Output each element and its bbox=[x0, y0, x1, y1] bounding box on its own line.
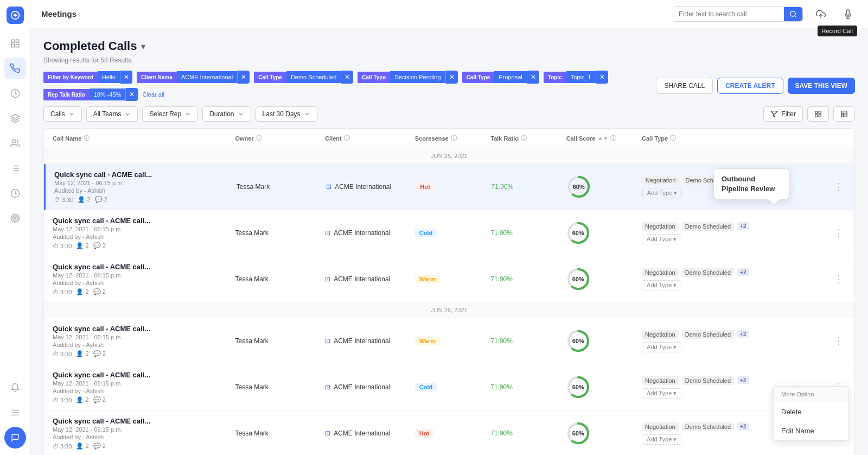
sidebar-item-analytics[interactable] bbox=[4, 83, 26, 104]
chip-close-calltype2[interactable]: ✕ bbox=[445, 71, 458, 84]
page-title-dropdown[interactable]: ▾ bbox=[141, 41, 145, 52]
content-area: Completed Calls ▾ Showing results for 58… bbox=[30, 28, 868, 455]
table-row[interactable]: Quick sync call - ACME call... May 12, 2… bbox=[44, 256, 854, 302]
svg-rect-30 bbox=[819, 115, 821, 117]
svg-point-7 bbox=[12, 140, 15, 143]
add-type-button[interactable]: Add Type ▾ bbox=[642, 388, 681, 399]
table-view-button[interactable] bbox=[833, 106, 855, 122]
upload-icon-button[interactable] bbox=[812, 5, 830, 23]
client-icon: ⊡ bbox=[325, 429, 330, 437]
share-call-button[interactable]: SHARE CALL bbox=[656, 78, 713, 94]
search-box bbox=[673, 7, 803, 22]
grid-view-button[interactable] bbox=[807, 106, 829, 122]
search-input[interactable] bbox=[673, 7, 784, 21]
svg-rect-3 bbox=[11, 45, 14, 47]
svg-rect-2 bbox=[16, 40, 18, 42]
svg-rect-29 bbox=[815, 115, 818, 117]
duration-dropdown[interactable]: Duration bbox=[202, 106, 251, 122]
chip-close-calltype1[interactable]: ✕ bbox=[341, 71, 353, 84]
edit-name-option[interactable]: Edit Name bbox=[774, 421, 848, 440]
chip-close-rep-talk[interactable]: ✕ bbox=[125, 88, 138, 101]
call-type-info-icon[interactable]: ⓘ bbox=[670, 134, 676, 142]
more-options-button[interactable]: ⋮ bbox=[832, 333, 846, 349]
date-separator-1: JUN 25, 2021 bbox=[44, 148, 854, 164]
last-30-days-dropdown[interactable]: Last 30 Days bbox=[256, 106, 317, 122]
sidebar-item-settings[interactable] bbox=[4, 402, 26, 424]
add-type-button[interactable]: Add Type ▾ bbox=[642, 434, 681, 445]
clear-all-button[interactable]: Clear all bbox=[142, 91, 164, 98]
svg-point-21 bbox=[790, 11, 795, 16]
svg-rect-31 bbox=[841, 111, 847, 117]
microphone-button[interactable]: Record Call bbox=[839, 5, 857, 23]
svg-marker-26 bbox=[771, 111, 777, 117]
svg-marker-6 bbox=[11, 115, 19, 119]
filter-chip-topic: Topic Topic_1 ✕ bbox=[544, 71, 608, 84]
app-title: Meetings bbox=[41, 9, 76, 18]
call-name-info-icon[interactable]: ⓘ bbox=[84, 134, 90, 142]
scoresense-info-icon[interactable]: ⓘ bbox=[451, 134, 457, 142]
more-options-button[interactable]: ⋮ bbox=[832, 225, 846, 241]
create-alert-button[interactable]: CREATE ALERT bbox=[717, 78, 783, 94]
call-score-circle: 60% bbox=[567, 175, 591, 199]
call-score-circle: 60% bbox=[566, 267, 590, 291]
filter-button[interactable]: Filter bbox=[763, 106, 803, 122]
page-header: Completed Calls ▾ bbox=[43, 39, 855, 53]
main-content: Meetings Record Call Completed Calls ▾ S… bbox=[30, 0, 868, 455]
delete-option[interactable]: Delete bbox=[774, 402, 848, 421]
all-teams-dropdown[interactable]: All Teams bbox=[86, 106, 138, 122]
filter-chip-client: Client Name ACME International ✕ bbox=[137, 71, 250, 84]
sidebar bbox=[0, 0, 30, 455]
table-row[interactable]: Quick sync call - ACME call... May 12, 2… bbox=[44, 164, 854, 210]
table-row[interactable]: Quick sync call - ACME call... May 12, 2… bbox=[44, 318, 854, 364]
more-options-dropdown: More Option Delete Edit Name bbox=[773, 386, 849, 441]
call-info-cell: Quick sync call - ACME call... May 12, 2… bbox=[53, 417, 231, 450]
table-row[interactable]: Quick sync call - ACME call... May 12, 2… bbox=[44, 210, 854, 256]
talk-ratio-info-icon[interactable]: ⓘ bbox=[521, 134, 527, 142]
call-score-info-icon[interactable]: ⓘ bbox=[610, 134, 616, 142]
sidebar-item-layers[interactable] bbox=[4, 108, 26, 129]
sidebar-item-target[interactable] bbox=[4, 207, 26, 229]
call-info-cell: Quick sync call - ACME call... May 12, 2… bbox=[53, 325, 231, 357]
top-header: Meetings Record Call bbox=[30, 0, 868, 28]
search-button[interactable] bbox=[784, 7, 802, 21]
col-scoresense: Scoresense ⓘ bbox=[415, 134, 486, 142]
table-row[interactable]: Quick sync call - ACME call... May 12, 2… bbox=[44, 410, 854, 455]
client-icon: ⊡ bbox=[325, 229, 330, 237]
call-score-circle: 60% bbox=[566, 221, 590, 245]
more-options-button[interactable]: ⋮ bbox=[832, 271, 846, 287]
chip-close-client[interactable]: ✕ bbox=[237, 71, 250, 84]
table-row[interactable]: Quick sync call - ACME call... May 12, 2… bbox=[44, 364, 854, 410]
date-separator-2: JUN 26, 2021 bbox=[44, 302, 854, 318]
add-type-button[interactable]: Add Type ▾ bbox=[642, 234, 681, 244]
more-options-button[interactable]: ⋮ bbox=[832, 179, 846, 195]
sidebar-item-list[interactable] bbox=[4, 157, 26, 179]
add-type-button[interactable]: Add Type ▾ bbox=[642, 342, 681, 352]
chat-button[interactable] bbox=[4, 427, 26, 448]
client-info-icon[interactable]: ⓘ bbox=[344, 134, 350, 142]
owner-info-icon[interactable]: ⓘ bbox=[256, 134, 262, 142]
col-call-type: Call Type ⓘ bbox=[642, 134, 770, 142]
col-talk-ratio: Talk Ratio ⓘ bbox=[490, 134, 561, 142]
client-icon: ⊡ bbox=[326, 183, 331, 191]
sidebar-item-users[interactable] bbox=[4, 132, 26, 154]
col-call-score: Call Score ▲▼ ⓘ bbox=[566, 134, 637, 142]
chip-close-calltype3[interactable]: ✕ bbox=[527, 71, 539, 84]
sidebar-item-dashboard[interactable] bbox=[4, 33, 26, 54]
client-icon: ⊡ bbox=[325, 337, 330, 345]
chip-close-topic[interactable]: ✕ bbox=[596, 71, 608, 84]
add-type-button[interactable]: Add Type ▾ bbox=[642, 280, 681, 290]
filter-chip-rep-talk: Rep Talk Ratio 10% -45% ✕ bbox=[43, 88, 138, 101]
chip-close-keyword[interactable]: ✕ bbox=[120, 71, 132, 84]
call-score-circle: 60% bbox=[566, 375, 590, 399]
save-this-view-button[interactable]: SAVE THIS VIEW bbox=[788, 78, 855, 94]
record-call-tooltip: Record Call bbox=[818, 26, 857, 36]
sidebar-item-clock[interactable] bbox=[4, 182, 26, 204]
calls-dropdown[interactable]: Calls bbox=[43, 106, 82, 122]
sidebar-item-bell[interactable] bbox=[4, 377, 26, 399]
select-rep-dropdown[interactable]: Select Rep bbox=[142, 106, 198, 122]
call-score-circle: 60% bbox=[566, 329, 590, 353]
call-info-cell: Quick sync call - ACME call... May 12, 2… bbox=[53, 263, 231, 295]
add-type-button[interactable]: Add Type ▾ bbox=[642, 188, 682, 198]
sidebar-item-calls[interactable] bbox=[4, 58, 26, 79]
col-client: Client ⓘ bbox=[325, 134, 411, 142]
